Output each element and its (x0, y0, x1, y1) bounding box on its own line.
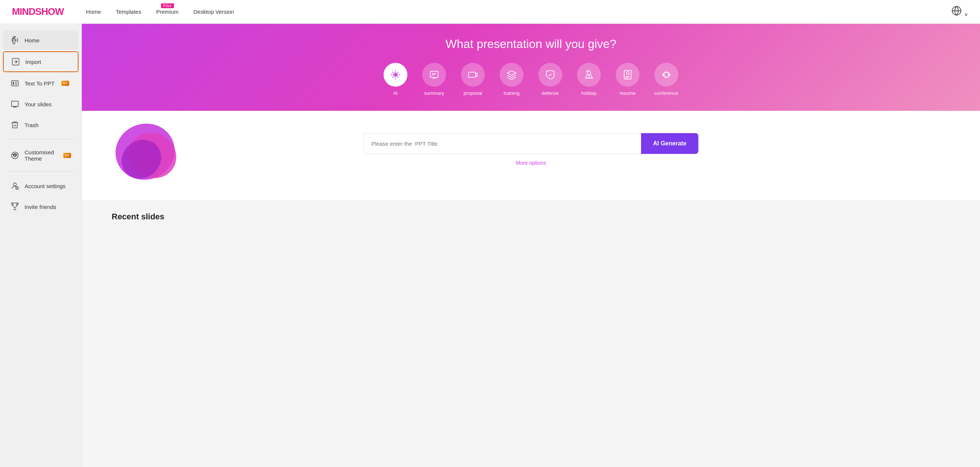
ptype-proposal[interactable]: proposal (461, 63, 485, 96)
premium-badge: Price (161, 3, 174, 8)
sidebar-item-your-slides[interactable]: Your slides (3, 94, 78, 114)
ptype-training-label: training (504, 91, 520, 96)
generate-section: AI Generate More options (82, 111, 980, 200)
svg-rect-14 (468, 72, 476, 77)
ptype-holiday[interactable]: holiday (577, 63, 601, 96)
recent-slides-title: Recent slides (111, 212, 950, 222)
nav-links: Home Templates Price Premium Desktop Ver… (86, 8, 951, 15)
logo-text-before: MIND (12, 6, 35, 17)
nav-desktop[interactable]: Desktop Version (194, 8, 234, 15)
sidebar-item-text-to-ppt[interactable]: Text To PPT V+ (3, 74, 78, 93)
holiday-icon-circle (577, 63, 601, 87)
trash-icon (10, 121, 19, 129)
more-options-link[interactable]: More options (516, 160, 546, 166)
slides-icon (10, 100, 19, 108)
ptype-training[interactable]: training (500, 63, 523, 96)
ptype-proposal-label: proposal (464, 91, 482, 96)
vip-badge-text-to-ppt: V+ (61, 81, 69, 86)
sidebar-trash-label: Trash (25, 122, 39, 128)
language-switcher[interactable]: ∨ (951, 6, 968, 18)
logo-text-after: HOW (41, 6, 64, 17)
ai-icon-circle (383, 63, 407, 87)
nav-home[interactable]: Home (86, 8, 101, 15)
svg-point-12 (395, 74, 396, 76)
ptype-ai[interactable]: AI (383, 63, 407, 96)
palette-icon (10, 151, 19, 160)
sidebar-import-label: Import (25, 59, 41, 65)
svg-point-1 (16, 40, 16, 41)
ptype-resume[interactable]: resume (616, 63, 640, 96)
sidebar-item-trash[interactable]: Trash (3, 115, 78, 135)
hero-title: What presentation will you give? (446, 37, 617, 51)
ptype-conference[interactable]: conference (654, 63, 678, 96)
text-icon (10, 79, 19, 88)
svg-point-8 (16, 154, 17, 156)
sidebar-home-label: Home (25, 37, 40, 43)
sidebar-your-slides-label: Your slides (25, 101, 52, 108)
resume-icon-circle (616, 63, 640, 87)
trophy-icon (10, 202, 19, 211)
account-icon (10, 181, 19, 191)
sidebar-item-invite-friends[interactable]: Invite friends (3, 197, 78, 216)
logo-highlight: S (35, 6, 41, 17)
sidebar-text-to-ppt-label: Text To PPT (25, 80, 55, 87)
svg-point-19 (111, 118, 178, 185)
conference-icon-circle (654, 63, 678, 87)
svg-rect-4 (11, 101, 18, 106)
ptype-summary-label: summary (424, 91, 444, 96)
main-content: What presentation will you give? AI (82, 24, 980, 467)
ptype-holiday-label: holiday (581, 91, 597, 96)
svg-rect-18 (664, 73, 668, 77)
ptype-summary[interactable]: summary (422, 63, 446, 96)
sidebar-item-customised-theme[interactable]: Customised Theme V+ (3, 144, 78, 167)
ptype-defense[interactable]: defense (538, 63, 562, 96)
logo[interactable]: MINDSHOW (12, 6, 64, 17)
ppt-title-input[interactable] (363, 133, 641, 154)
presentation-types: AI summary (383, 63, 678, 96)
svg-rect-3 (11, 81, 18, 86)
sidebar-item-import[interactable]: Import (3, 51, 78, 72)
recent-slides-section: Recent slides (82, 200, 980, 234)
nav-templates[interactable]: Templates (116, 8, 141, 15)
svg-point-17 (626, 72, 629, 75)
lang-arrow: ∨ (964, 11, 968, 17)
app-body: Home Import Text To PPT V+ (0, 24, 980, 467)
decorative-blob (111, 118, 178, 185)
nav-premium[interactable]: Price Premium (156, 8, 178, 15)
sidebar-divider-2 (8, 172, 74, 172)
import-icon (11, 57, 20, 66)
proposal-icon-circle (461, 63, 485, 87)
svg-point-21 (114, 132, 169, 185)
ptype-conference-label: conference (654, 91, 678, 96)
svg-point-9 (13, 183, 16, 186)
svg-point-7 (14, 154, 16, 155)
svg-rect-13 (430, 71, 438, 77)
vip-badge-theme: V+ (63, 153, 71, 158)
sidebar-account-settings-label: Account settings (25, 183, 65, 189)
ptype-defense-label: defense (542, 91, 559, 96)
svg-point-20 (121, 124, 178, 185)
sidebar-item-home[interactable]: Home (3, 30, 78, 50)
ptype-resume-label: resume (619, 91, 635, 96)
svg-point-6 (13, 154, 14, 156)
ai-generate-button[interactable]: AI Generate (641, 133, 698, 154)
summary-icon-circle (422, 63, 446, 87)
defense-icon-circle (538, 63, 562, 87)
training-icon-circle (500, 63, 523, 87)
hero-banner: What presentation will you give? AI (82, 24, 980, 111)
brain-icon (10, 36, 19, 44)
top-navigation: MINDSHOW Home Templates Price Premium De… (0, 0, 980, 24)
svg-point-15 (587, 71, 590, 75)
sidebar-customised-theme-label: Customised Theme (25, 149, 57, 162)
svg-point-0 (14, 38, 14, 39)
sidebar-invite-friends-label: Invite friends (25, 204, 56, 210)
sidebar-divider-1 (8, 139, 74, 140)
sidebar-item-account-settings[interactable]: Account settings (3, 176, 78, 195)
sidebar: Home Import Text To PPT V+ (0, 24, 82, 467)
ppt-input-row: AI Generate (363, 133, 698, 154)
ptype-ai-label: AI (393, 91, 398, 96)
